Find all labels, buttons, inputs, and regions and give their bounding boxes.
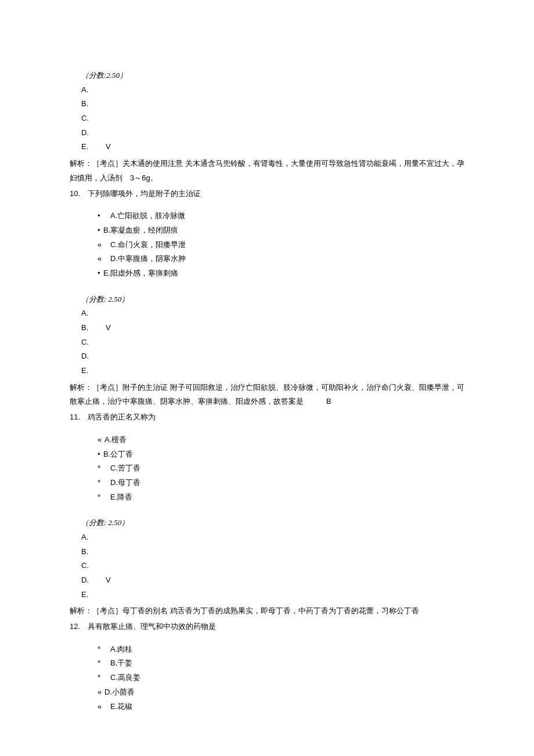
q12-opt-a: *A.肉桂: [98, 642, 464, 657]
q10-ans-c: C.: [81, 335, 464, 350]
q11-ans-d: D.V: [81, 573, 464, 588]
q9-ans-c: C.: [81, 111, 464, 126]
q10-ans-d: D.: [81, 349, 464, 364]
check-icon: V: [106, 142, 111, 151]
check-icon: V: [106, 576, 111, 584]
q11-opt-d: *D.母丁香: [98, 476, 464, 490]
q9-answers: A. B. C. D. E.V: [81, 83, 464, 154]
q10-opt-d: «D.中寒腹痛，阴寒水肿: [98, 252, 464, 266]
q11-ans-e: E.: [81, 588, 464, 602]
q11-opt-a: «A.檀香: [98, 433, 464, 447]
q9-ans-b: B.: [81, 97, 464, 111]
q10-opt-b: •B.寒凝血瘀，经闭阴疽: [98, 223, 464, 238]
q10-ans-a: A.: [81, 306, 464, 321]
q11-answers: A. B. C. D.V E.: [81, 530, 464, 602]
check-icon: V: [106, 323, 111, 332]
q10-answers: A. B.V C. D. E.: [81, 306, 464, 378]
q12-header: 12. 具有散寒止痛、理气和中功效的药物是: [70, 620, 464, 634]
q10-opt-a: •A.亡阳欲脱，肢冷脉微: [98, 209, 464, 223]
q11-ans-b: B.: [81, 545, 464, 559]
q9-score: （分数:2.50）: [81, 68, 464, 83]
q11-header: 11. 鸡舌香的正名又称为: [70, 410, 464, 425]
q11-ans-c: C.: [81, 559, 464, 573]
q11-ans-a: A.: [81, 530, 464, 545]
q11-score: （分数: 2.50）: [81, 516, 464, 530]
q12-options: *A.肉桂 *B.干姜 *C.高良姜 «D.小茴香 «E.花椒: [98, 642, 464, 714]
q11-options: «A.檀香 •B.公丁香 *C.苦丁香 *D.母丁香 *E.降香: [98, 433, 464, 504]
q10-opt-c: «C.命门火衰，阳痿早泄: [98, 238, 464, 252]
q9-ans-e: E.V: [81, 140, 464, 154]
q9-ans-d: D.: [81, 126, 464, 140]
q10-ans-b: B.V: [81, 321, 464, 335]
q11-opt-c: *C.苦丁香: [98, 461, 464, 476]
q10-score: （分数: 2.50）: [81, 292, 464, 307]
q12-opt-e: «E.花椒: [98, 700, 464, 714]
q10-opt-e: •E.阳虚外感，寒痹刺痛: [98, 266, 464, 281]
q10-header: 10. 下列除哪项外，均是附子的主治证: [70, 187, 464, 201]
q11-opt-e: *E.降香: [98, 490, 464, 505]
q10-explanation: 解析：［考点］附子的主治证 附子可回阳救逆，治疗亡阳欲脱、肢冷脉微，可助阳补火，…: [70, 381, 464, 409]
q12-opt-c: *C.高良姜: [98, 671, 464, 685]
q10-ans-e: E.: [81, 364, 464, 378]
q12-opt-b: *B.干姜: [98, 656, 464, 671]
q11-opt-b: •B.公丁香: [98, 447, 464, 462]
q11-explanation: 解析：［考点］母丁香的别名 鸡舌香为丁香的成熟果实，即母丁香，中药丁香为丁香的花…: [70, 604, 464, 618]
q10-options: •A.亡阳欲脱，肢冷脉微 •B.寒凝血瘀，经闭阴疽 «C.命门火衰，阳痿早泄 «…: [98, 209, 464, 280]
q9-explanation: 解析：［考点］关木通的使用注意 关木通含马兜铃酸，有肾毒性，大量使用可导致急性肾…: [70, 157, 464, 185]
q9-ans-a: A.: [81, 83, 464, 97]
q12-opt-d: «D.小茴香: [98, 685, 464, 700]
